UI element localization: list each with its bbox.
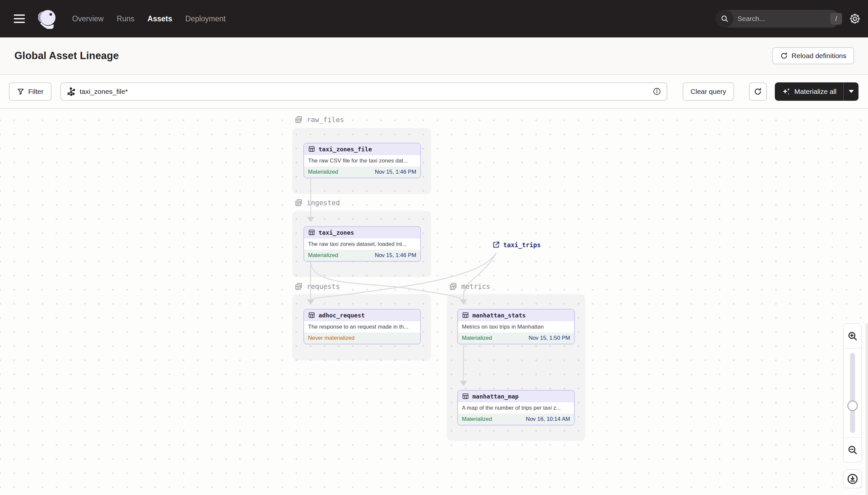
asset-name: taxi_zones xyxy=(319,229,354,236)
external-asset-taxi-trips[interactable]: taxi_trips xyxy=(492,241,541,249)
asset-query-field xyxy=(60,82,667,101)
status-badge: Materialized xyxy=(308,252,338,259)
status-badge: Materialized xyxy=(462,335,492,341)
status-badge: Materialized xyxy=(308,169,338,175)
asset-group-icon xyxy=(294,198,303,207)
table-icon xyxy=(462,311,469,319)
canvas-scrollbar[interactable] xyxy=(866,323,868,495)
asset-node-adhoc-request[interactable]: adhoc_request The response to an request… xyxy=(303,309,421,344)
zoom-out-icon xyxy=(847,444,858,456)
nav-item-runs[interactable]: Runs xyxy=(117,14,135,23)
nav-item-deployment[interactable]: Deployment xyxy=(185,14,226,23)
reload-icon xyxy=(780,52,788,60)
lineage-canvas[interactable]: raw_files ingested requests m xyxy=(0,109,868,495)
table-icon xyxy=(308,146,315,153)
materialization-timestamp: Nov 16, 10:14 AM xyxy=(526,416,570,423)
zoom-slider xyxy=(844,348,862,437)
materialization-timestamp: Nov 15, 1:46 PM xyxy=(375,252,416,259)
sparkle-icon xyxy=(782,87,791,96)
zoom-controls xyxy=(843,323,862,462)
hamburger-menu-icon[interactable] xyxy=(14,13,27,24)
open-external-icon xyxy=(492,241,500,249)
graph-query-icon xyxy=(66,87,75,96)
asset-description: A map of the number of trips per taxi z.… xyxy=(458,402,574,414)
zoom-in-icon xyxy=(847,330,858,342)
zoom-in-button[interactable] xyxy=(844,324,862,348)
refresh-button[interactable] xyxy=(749,82,767,101)
query-info-icon[interactable] xyxy=(653,87,661,96)
dagster-asset-lineage-page: Overview Runs Assets Deployment / xyxy=(0,0,868,495)
group-label-raw-files[interactable]: raw_files xyxy=(294,115,344,124)
chevron-down-icon xyxy=(849,90,854,93)
gear-icon[interactable] xyxy=(848,12,862,25)
table-icon xyxy=(308,311,315,319)
asset-node-manhattan-map[interactable]: manhattan_map A map of the number of tri… xyxy=(457,390,575,425)
filter-icon xyxy=(17,88,24,96)
page-header: Global Asset Lineage Reload definitions xyxy=(0,37,868,75)
group-label-metrics[interactable]: metrics xyxy=(449,282,491,291)
top-nav: Overview Runs Assets Deployment / xyxy=(0,0,868,37)
asset-group-icon xyxy=(294,282,303,291)
group-label-requests[interactable]: requests xyxy=(294,282,340,291)
refresh-icon xyxy=(754,87,762,96)
materialize-all-split-button: Materialize all xyxy=(775,82,858,101)
search-icon xyxy=(716,10,733,28)
asset-description: The response to an request made in th... xyxy=(304,321,420,332)
global-search[interactable]: / xyxy=(716,10,840,28)
status-badge: Materialized xyxy=(462,416,492,423)
reload-definitions-button[interactable]: Reload definitions xyxy=(772,47,854,64)
nav-right: / xyxy=(716,0,868,37)
slash-shortcut-badge: / xyxy=(830,13,842,24)
asset-description: The raw CSV file for the taxi zones dat.… xyxy=(304,155,420,167)
asset-query-input[interactable] xyxy=(80,88,648,96)
asset-name: manhattan_map xyxy=(472,393,519,400)
asset-description: Metrics on taxi trips in Manhattan xyxy=(458,321,574,332)
dagster-logo[interactable] xyxy=(38,8,58,29)
zoom-slider-track[interactable] xyxy=(850,353,855,433)
nav-item-assets[interactable]: Assets xyxy=(148,14,172,23)
page-title: Global Asset Lineage xyxy=(14,50,119,62)
asset-name: manhattan_stats xyxy=(472,312,526,319)
asset-group-icon xyxy=(294,115,303,124)
asset-description: The raw taxi zones dataset, loaded int..… xyxy=(304,238,420,250)
materialize-all-button[interactable]: Materialize all xyxy=(775,82,844,101)
asset-name: taxi_zones_file xyxy=(319,146,372,153)
table-icon xyxy=(462,393,469,400)
lineage-toolbar: Filter Clear query xyxy=(0,75,868,109)
group-label-ingested[interactable]: ingested xyxy=(294,198,340,207)
download-view-button[interactable] xyxy=(843,470,862,488)
table-icon xyxy=(308,229,315,236)
asset-node-manhattan-stats[interactable]: manhattan_stats Metrics on taxi trips in… xyxy=(457,309,575,344)
search-input[interactable] xyxy=(733,15,830,23)
filter-button[interactable]: Filter xyxy=(9,82,52,101)
materialization-timestamp: Nov 15, 1:50 PM xyxy=(529,335,570,341)
asset-name: adhoc_request xyxy=(319,312,365,319)
asset-node-taxi-zones[interactable]: taxi_zones The raw taxi zones dataset, l… xyxy=(303,226,421,262)
asset-group-icon xyxy=(449,282,458,291)
status-badge: Never materialized xyxy=(308,335,355,341)
download-icon xyxy=(847,473,858,485)
clear-query-button[interactable]: Clear query xyxy=(683,82,734,101)
lineage-edges xyxy=(0,109,868,495)
materialize-options-button[interactable] xyxy=(844,82,858,101)
zoom-slider-handle[interactable] xyxy=(847,400,858,411)
nav-item-overview[interactable]: Overview xyxy=(72,14,104,23)
materialization-timestamp: Nov 15, 1:46 PM xyxy=(375,169,416,175)
primary-nav: Overview Runs Assets Deployment xyxy=(72,14,226,23)
zoom-out-button[interactable] xyxy=(844,437,862,462)
asset-node-taxi-zones-file[interactable]: taxi_zones_file The raw CSV file for the… xyxy=(303,143,421,178)
